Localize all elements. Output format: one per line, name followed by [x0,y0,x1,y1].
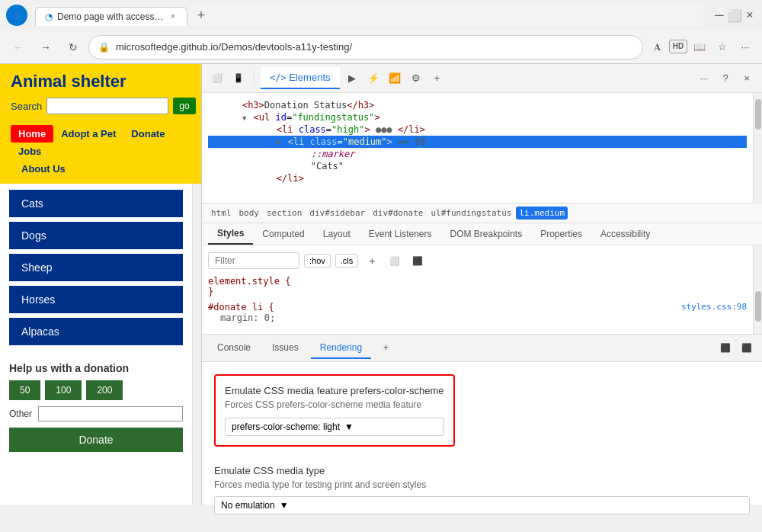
animal-horses[interactable]: Horses [9,286,183,313]
bc-section[interactable]: section [264,207,305,220]
toolbar-separator [254,71,255,86]
amount-100[interactable]: 100 [45,380,82,400]
animal-dogs[interactable]: Dogs [9,222,183,249]
styles-scrollbar-thumb[interactable] [755,291,761,322]
tab-rendering[interactable]: Rendering [311,338,371,359]
dock-icon[interactable]: ⬛ [738,339,756,357]
tab-properties[interactable]: Properties [531,224,591,244]
console-icon[interactable]: ▶ [343,69,361,88]
cls-toggle[interactable]: .cls [335,254,359,268]
restore-btn[interactable]: ⬜ [728,9,741,21]
immersive-reader-icon[interactable]: 📖 [689,37,710,58]
refresh-btn[interactable]: ↻ [61,35,85,59]
animal-sheep[interactable]: Sheep [9,254,183,281]
device-icon[interactable]: 📱 [229,69,248,88]
other-row: Other [9,406,183,421]
dom-scrollbar[interactable] [753,93,762,204]
amount-200[interactable]: 200 [86,380,123,400]
donate-li-selector: #donate li { styles.css:98 [208,302,747,312]
nav-jobs[interactable]: Jobs [11,143,49,160]
bc-body[interactable]: body [236,207,263,220]
bc-ul-fundingstatus[interactable]: ul#fundingstatus [427,207,514,220]
element-style-rule: element.style { } [208,276,747,297]
bc-li-medium[interactable]: li.medium [516,207,568,220]
animal-cats[interactable]: Cats [9,190,183,217]
forward-btn[interactable]: → [34,35,58,59]
filter-input[interactable] [208,252,299,269]
window-controls: 👤 [6,5,27,26]
dropdown-arrow: ▼ [344,421,354,432]
hov-toggle[interactable]: :hov [304,254,331,268]
no-emulation-dropdown[interactable]: No emulation ▼ [214,496,750,514]
nav-about[interactable]: About Us [11,160,190,178]
add-style-icon[interactable]: + [363,252,381,270]
devtools-toolbar: ⬜ 📱 </> Elements ▶ ⚡ 📶 ⚙ + ··· ? × [202,64,762,93]
favorites-icon[interactable]: ☆ [712,37,733,58]
more-options-icon[interactable]: ··· [695,69,713,88]
close-btn[interactable]: × [744,9,756,21]
go-btn[interactable]: go [173,98,195,114]
network-icon[interactable]: 📶 [386,69,404,88]
dom-line-li-medium[interactable]: ▼ <li class="medium"> == $0 [208,136,747,148]
nav-adopt[interactable]: Adopt a Pet [53,125,123,143]
hd-icon[interactable]: HD [669,40,687,53]
bc-div-sidebar[interactable]: div#sidebar [306,207,368,220]
styles-content: :hov .cls + ⬜ ⬛ element.style { } #donat… [202,245,753,334]
tab-event-listeners[interactable]: Event Listeners [360,224,441,244]
emulate-media-title: Emulate CSS media type [214,465,750,476]
search-bar: Search go [11,98,190,114]
inspect-icon[interactable]: ⬜ [208,69,226,88]
active-tab[interactable]: ◔ Demo page with accessibility iss… × [35,7,187,26]
elements-area: <h3>Donation Status</h3> ▼ <ul id="fundi… [202,93,762,334]
split-icon[interactable]: ⬛ [716,339,735,357]
nav-bar: ← → ↻ 🔒 microsoftedge.github.io/Demos/de… [0,30,762,64]
settings-icon[interactable]: ⚙ [407,69,425,88]
address-bar[interactable]: 🔒 microsoftedge.github.io/Demos/devtools… [88,35,643,59]
tab-issues[interactable]: Issues [263,338,308,359]
tab-accessibility[interactable]: Accessibility [591,224,659,244]
amount-50[interactable]: 50 [9,380,40,400]
tab-close-btn[interactable]: × [168,11,178,23]
url-text: microsoftedge.github.io/Demos/devtools-a… [116,41,633,53]
back-btn[interactable]: ← [6,35,30,59]
dom-line-li-close: </li> [208,172,747,184]
animal-alpacas[interactable]: Alpacas [9,318,183,345]
devtools-close-btn[interactable]: × [738,69,756,88]
site-content: Cats Dogs Sheep Horses Alpacas Help us w… [0,184,192,505]
element-style-selector: element.style { [208,276,747,287]
color-scheme-dropdown[interactable]: prefers-color-scheme: light ▼ [225,418,444,436]
sources-icon[interactable]: ⚡ [364,69,383,88]
bc-html[interactable]: html [208,207,235,220]
tab-styles[interactable]: Styles [208,223,253,245]
nav-donate[interactable]: Donate [123,125,172,143]
other-input[interactable] [38,406,183,421]
tab-elements[interactable]: </> Elements [261,67,340,89]
tab-computed[interactable]: Computed [253,224,313,244]
breadcrumb-bar: html body section div#sidebar div#donate… [202,204,762,223]
tab-layout[interactable]: Layout [314,224,360,244]
style-icon2[interactable]: ⬜ [386,252,404,270]
styles-scrollbar[interactable] [753,245,762,334]
dom-scrollbar-thumb[interactable] [755,99,761,130]
donation-section: Help us with a donation 50 100 200 Other… [0,356,192,458]
styles-css-link[interactable]: styles.css:98 [681,302,747,312]
rendering-color-scheme-box: Emulate CSS media feature prefers-color-… [214,374,455,447]
more-tabs-icon[interactable]: + [428,69,447,88]
new-tab-btn[interactable]: + [190,5,212,26]
tab-console[interactable]: Console [208,338,260,359]
bc-div-donate[interactable]: div#donate [370,207,426,220]
donate-btn[interactable]: Donate [9,428,183,452]
minimize-btn[interactable]: ─ [713,9,725,21]
search-input[interactable] [46,98,168,114]
tab-dom-breakpoints[interactable]: DOM Breakpoints [440,224,531,244]
nav-home[interactable]: Home [11,125,53,143]
styles-tabs: Styles Computed Layout Event Listeners D… [202,223,762,245]
help-icon[interactable]: ? [716,69,735,88]
dom-tree: <h3>Donation Status</h3> ▼ <ul id="fundi… [202,93,753,204]
site-scrollbar[interactable] [192,184,201,505]
tab-add[interactable]: + [374,338,398,359]
emulate-media-section: Emulate CSS media type Forces media type… [214,465,750,514]
more-icon[interactable]: ··· [735,37,756,58]
read-aloud-icon[interactable]: 𝐀 [646,37,668,58]
style-icon3[interactable]: ⬛ [408,252,427,270]
